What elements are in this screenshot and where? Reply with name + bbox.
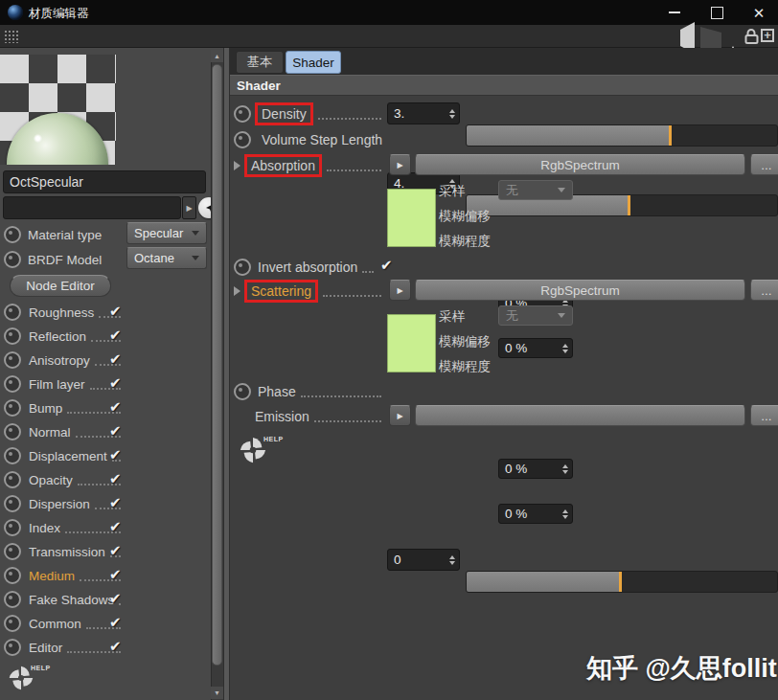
channel-checkbox[interactable]: ✔ <box>109 543 122 557</box>
up-level-button[interactable] <box>725 30 741 47</box>
spinner-arrows-icon[interactable] <box>562 509 568 519</box>
radio-icon[interactable] <box>4 226 21 243</box>
radio-icon[interactable] <box>234 131 251 148</box>
toolbar-grip-handle[interactable] <box>4 30 18 43</box>
absorption-node-button[interactable]: RgbSpectrum <box>415 154 745 175</box>
phase-slider[interactable] <box>466 571 778 593</box>
panel-splitter[interactable] <box>223 48 230 700</box>
scattering-node-button[interactable]: RgbSpectrum <box>415 280 745 301</box>
radio-icon[interactable] <box>4 327 21 345</box>
spinner-arrows-icon[interactable] <box>562 464 568 474</box>
radio-icon[interactable] <box>4 567 21 584</box>
radio-icon[interactable] <box>4 615 21 632</box>
absorption-link-button[interactable]: ▶ <box>389 154 411 175</box>
material-type-dropdown[interactable]: Specular <box>126 222 207 244</box>
expander-icon[interactable] <box>234 161 240 170</box>
radio-icon[interactable] <box>4 351 21 369</box>
radio-icon[interactable] <box>4 591 21 608</box>
help-button-left[interactable]: HELP <box>8 665 51 691</box>
channel-row-opacity[interactable]: Opacity <box>4 468 125 491</box>
channel-row-fake-shadows[interactable]: Fake Shadows <box>4 588 125 611</box>
absorption-more-button[interactable]: ... <box>750 154 778 175</box>
channel-checkbox[interactable]: ✔ <box>109 304 122 318</box>
channel-row-common[interactable]: Common <box>4 612 125 635</box>
channel-row-film-layer[interactable]: Film layer <box>4 373 125 395</box>
material-name-input[interactable]: OctSpecular <box>3 170 206 193</box>
channel-checkbox[interactable]: ✔ <box>109 375 122 390</box>
emission-node-button[interactable] <box>415 405 745 426</box>
radio-icon[interactable] <box>234 259 251 276</box>
spinner-arrows-icon[interactable] <box>449 555 455 565</box>
radio-icon[interactable] <box>4 543 21 560</box>
spinner-arrows-icon[interactable] <box>562 344 568 353</box>
close-button[interactable]: ✕ <box>740 0 778 25</box>
channel-row-normal[interactable]: Normal <box>4 420 125 443</box>
shader-link-small-button[interactable]: ▶ <box>182 196 196 219</box>
slider-handle[interactable] <box>669 125 672 146</box>
channel-checkbox[interactable]: ✔ <box>109 639 122 653</box>
channel-checkbox[interactable]: ✔ <box>109 519 122 533</box>
density-value-field[interactable]: 3. <box>387 102 460 124</box>
radio-icon[interactable] <box>4 639 21 656</box>
channel-row-displacement[interactable]: Displacement <box>4 444 125 467</box>
radio-icon[interactable] <box>4 519 21 536</box>
channel-checkbox[interactable]: ✔ <box>109 327 122 342</box>
radio-icon[interactable] <box>4 304 21 321</box>
channel-checkbox[interactable]: ✔ <box>109 423 122 438</box>
channel-checkbox[interactable]: ✔ <box>109 447 122 462</box>
density-slider[interactable] <box>466 124 778 147</box>
channel-row-editor[interactable]: Editor <box>4 636 125 659</box>
spinner-arrows-icon[interactable] <box>449 109 455 119</box>
slider-handle[interactable] <box>628 195 630 215</box>
radio-icon[interactable] <box>4 447 21 464</box>
phase-value-field[interactable]: 0 <box>387 549 460 571</box>
channel-row-index[interactable]: Index <box>4 516 125 539</box>
tab-shader[interactable]: Shader <box>286 51 341 74</box>
tab-basic[interactable]: 基本 <box>236 51 284 74</box>
radio-icon[interactable] <box>4 495 21 512</box>
lock-button[interactable] <box>744 28 759 49</box>
invert-absorption-checkbox[interactable]: ✔ <box>380 258 393 272</box>
scattering-link-button[interactable]: ▶ <box>389 280 411 301</box>
scattering-blur-offset-field[interactable]: 0 % <box>498 459 573 479</box>
brdf-model-dropdown[interactable]: Octane <box>126 247 207 269</box>
scattering-more-button[interactable]: ... <box>750 280 778 301</box>
channel-row-reflection[interactable]: Reflection <box>4 325 125 348</box>
channel-row-transmission[interactable]: Transmission <box>4 540 125 563</box>
radio-icon[interactable] <box>4 375 21 393</box>
radio-icon[interactable] <box>4 399 21 417</box>
radio-icon[interactable] <box>4 251 21 268</box>
channel-checkbox[interactable]: ✔ <box>109 471 122 485</box>
channel-row-anisotropy[interactable]: Anisotropy <box>4 349 125 372</box>
radio-icon[interactable] <box>234 383 251 400</box>
radio-icon[interactable] <box>4 423 21 440</box>
channel-row-bump[interactable]: Bump <box>4 396 125 419</box>
scroll-up-button[interactable]: ▲ <box>211 50 223 62</box>
channel-row-dispersion[interactable]: Dispersion <box>4 492 125 515</box>
history-back-button[interactable] <box>680 30 695 47</box>
channel-checkbox[interactable]: ✔ <box>109 567 122 581</box>
absorption-blur-amount-field[interactable]: 0 % <box>498 338 573 358</box>
channel-checkbox[interactable]: ✔ <box>109 351 122 366</box>
absorption-color-swatch[interactable] <box>387 189 436 247</box>
expander-icon[interactable] <box>234 286 240 296</box>
scattering-color-swatch[interactable] <box>387 314 436 373</box>
shader-search-input[interactable] <box>3 196 181 219</box>
radio-icon[interactable] <box>234 105 251 123</box>
scroll-down-button[interactable]: ▼ <box>211 687 223 699</box>
node-editor-button[interactable]: Node Editor <box>10 275 111 297</box>
radio-icon[interactable] <box>4 471 21 488</box>
channel-row-medium[interactable]: Medium <box>4 564 125 587</box>
help-button-right[interactable]: HELP <box>239 436 284 464</box>
channel-checkbox[interactable]: ✔ <box>109 591 122 605</box>
channel-checkbox[interactable]: ✔ <box>109 495 122 509</box>
add-tab-button[interactable]: + <box>761 29 774 42</box>
absorption-sample-dropdown[interactable]: 无 <box>498 180 573 200</box>
emission-more-button[interactable]: ... <box>750 405 778 426</box>
slider-handle[interactable] <box>619 572 622 592</box>
scattering-sample-dropdown[interactable]: 无 <box>498 305 573 326</box>
emission-link-button[interactable]: ▶ <box>389 405 411 426</box>
scattering-blur-amount-field[interactable]: 0 % <box>498 504 573 524</box>
channel-checkbox[interactable]: ✔ <box>109 615 122 629</box>
channel-checkbox[interactable]: ✔ <box>109 399 122 414</box>
